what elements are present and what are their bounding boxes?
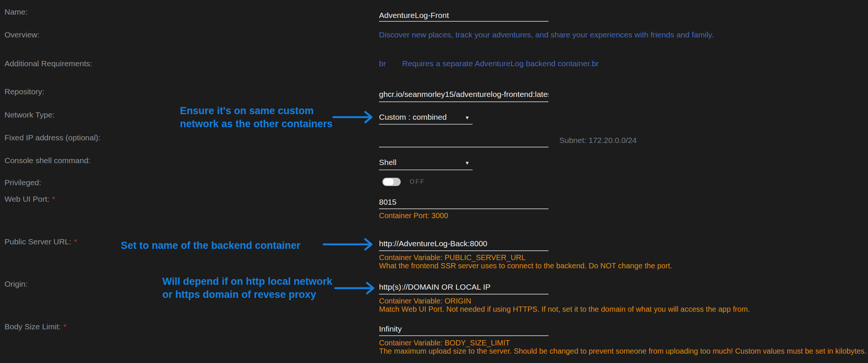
fixed-ip-input[interactable] bbox=[379, 135, 548, 147]
required-asterisk: * bbox=[74, 237, 77, 246]
field-label-additional-requirements: Additional Requirements: bbox=[4, 59, 92, 68]
body-size-limit-label-text: Body Size Limit: bbox=[4, 322, 61, 331]
field-label-privileged: Privileged: bbox=[4, 178, 41, 187]
public-server-url-label-text: Public Server URL: bbox=[4, 237, 71, 246]
origin-description-help: Match Web UI Port. Not needed if using H… bbox=[379, 305, 750, 314]
annotation-arrow-network-type bbox=[332, 110, 376, 125]
origin-input[interactable]: http(s)://DOMAIN OR LOCAL IP bbox=[379, 283, 548, 295]
privileged-toggle[interactable] bbox=[382, 178, 401, 186]
origin-variable-help: Container Variable: ORIGIN bbox=[379, 297, 471, 305]
web-ui-port-input[interactable]: 8015 bbox=[379, 198, 548, 209]
repository-input[interactable]: ghcr.io/seanmorley15/adventurelog-fronte… bbox=[379, 90, 548, 102]
annotation-public-server-url: Set to name of the backend container bbox=[121, 239, 300, 252]
field-label-network-type: Network Type: bbox=[4, 110, 55, 119]
public-server-url-description-help: What the frontend SSR server uses to con… bbox=[379, 262, 672, 270]
network-type-select[interactable]: Custom : combined ▼ bbox=[379, 113, 473, 125]
console-shell-select[interactable]: Shell ▼ bbox=[379, 158, 473, 170]
required-asterisk: * bbox=[64, 322, 67, 331]
field-label-fixed-ip: Fixed IP address (optional): bbox=[4, 133, 100, 142]
field-label-body-size-limit: Body Size Limit:* bbox=[4, 322, 67, 331]
name-input[interactable]: AdventureLog-Front bbox=[379, 11, 548, 22]
subnet-note: Subnet: 172.20.0.0/24 bbox=[559, 136, 637, 145]
body-size-limit-input[interactable]: Infinity bbox=[379, 324, 548, 336]
web-ui-port-label-text: Web UI Port: bbox=[4, 195, 49, 203]
body-size-limit-variable-help: Container Variable: BODY_SIZE_LIMIT bbox=[379, 339, 510, 347]
web-ui-port-container-port-help: Container Port: 3000 bbox=[379, 211, 448, 220]
field-label-name: Name: bbox=[4, 7, 28, 16]
field-label-repository: Repository: bbox=[4, 87, 44, 96]
overview-text: Discover new places, track your adventur… bbox=[379, 30, 714, 39]
field-label-public-server-url: Public Server URL:* bbox=[4, 237, 77, 246]
public-server-url-variable-help: Container Variable: PUBLIC_SERVER_URL bbox=[379, 253, 526, 262]
required-asterisk: * bbox=[52, 195, 55, 203]
annotation-network-type: Ensure it's on same custom network as th… bbox=[180, 104, 333, 131]
field-label-origin: Origin: bbox=[4, 280, 28, 289]
annotation-arrow-public-server-url bbox=[323, 237, 376, 252]
console-shell-selected-value: Shell bbox=[379, 158, 397, 167]
public-server-url-input[interactable]: http://AdventureLog-Back:8000 bbox=[379, 239, 548, 251]
privileged-state-label: OFF bbox=[410, 179, 425, 185]
additional-requirements-text: Requires a separate AdventureLog backend… bbox=[402, 59, 599, 68]
field-label-overview: Overview: bbox=[4, 30, 39, 39]
network-type-selected-value: Custom : combined bbox=[379, 113, 447, 121]
chevron-down-icon: ▼ bbox=[465, 115, 470, 121]
toggle-knob bbox=[383, 179, 394, 185]
annotation-origin: Will depend if on http local network or … bbox=[162, 275, 332, 301]
additional-requirements-prefix: br bbox=[379, 59, 386, 68]
field-label-web-ui-port: Web UI Port:* bbox=[4, 195, 55, 204]
annotation-arrow-origin bbox=[334, 281, 378, 296]
field-label-console-shell: Console shell command: bbox=[4, 156, 91, 165]
chevron-down-icon: ▼ bbox=[465, 160, 470, 166]
body-size-limit-description-help: The maximum upload size to the server. S… bbox=[379, 347, 867, 356]
